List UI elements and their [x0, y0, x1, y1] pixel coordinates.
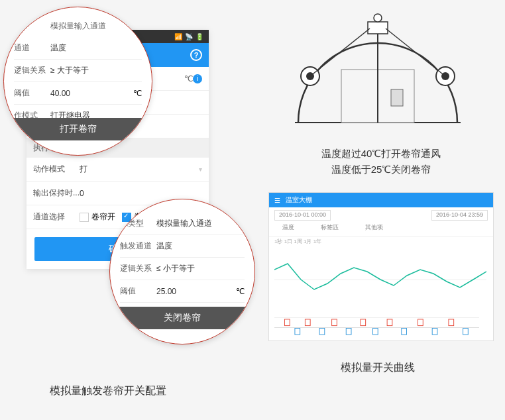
svg-rect-23 — [372, 328, 378, 335]
svg-rect-4 — [368, 22, 388, 34]
signal-icon: 📶 — [174, 33, 182, 40]
tab-temp[interactable]: 温度 — [282, 223, 294, 236]
mag2-threshold-row: 阈值 25.00 ℃ — [120, 280, 245, 303]
menu-icon[interactable]: ☰ — [274, 197, 280, 204]
greenhouse-caption: 温度超过40℃打开卷帘通风 温度低于25℃关闭卷帘 — [282, 146, 480, 178]
mag2-logic-row: 逻辑关系 ≤ 小于等于 — [120, 258, 245, 280]
chart-controls[interactable]: 1秒 1日 1周 1月 1年 — [269, 236, 493, 247]
chart-date-range: 2016-10-01 00:00 2016-10-04 23:59 — [269, 207, 493, 223]
svg-rect-24 — [402, 328, 407, 335]
tab-other[interactable]: 其他项 — [365, 223, 383, 236]
chevron-down-icon: ▾ — [199, 166, 202, 173]
chart-tabs: 温度 标签匹 其他项 — [269, 223, 493, 236]
chart-header: ☰ 温室大棚 — [269, 193, 493, 207]
checkbox-open[interactable] — [80, 213, 89, 222]
svg-rect-20 — [295, 328, 300, 335]
svg-rect-21 — [319, 328, 325, 335]
info-icon[interactable]: i — [193, 74, 202, 83]
mag1-logic-row: 逻辑关系 ≥ 大于等于 — [14, 60, 142, 82]
help-icon[interactable]: ? — [190, 49, 202, 61]
svg-rect-19 — [449, 319, 454, 326]
battery-icon: 🔋 — [196, 33, 203, 40]
mode-label: 动作模式 — [33, 164, 80, 175]
svg-rect-13 — [284, 319, 290, 326]
channel-label: 通道选择 — [33, 211, 80, 223]
mag2-title: 关闭卷帘 — [110, 307, 254, 329]
mag1-header: 模拟量输入通道 — [14, 21, 142, 32]
magnifier-close: 源类型 模拟量输入通道 触发通道 温度 逻辑关系 ≤ 小于等于 阈值 25.00… — [109, 199, 255, 344]
output-value: 0 — [80, 189, 202, 198]
svg-rect-22 — [346, 328, 351, 335]
output-label: 输出保持时... — [33, 187, 80, 199]
svg-line-10 — [310, 28, 370, 76]
svg-line-11 — [386, 28, 445, 76]
mag2-channel-row: 触发通道 温度 — [120, 235, 245, 258]
svg-rect-3 — [391, 89, 403, 106]
opt-open: 卷帘开 — [91, 211, 115, 223]
mode-value: 打 — [80, 164, 199, 175]
chart-caption: 模拟量开关曲线 — [278, 361, 477, 375]
svg-rect-25 — [432, 328, 437, 335]
mag2-src-row: 源类型 模拟量输入通道 — [120, 213, 245, 235]
chart-panel: ☰ 温室大棚 2016-10-01 00:00 2016-10-04 23:59… — [268, 192, 494, 341]
threshold-unit: ℃ — [184, 74, 193, 83]
mag1-threshold-row: 阈值 40.00 ℃ — [14, 82, 142, 105]
chart-switches — [274, 317, 479, 337]
mag1-channel-row: 通道 温度 — [14, 37, 142, 60]
svg-rect-14 — [305, 319, 310, 326]
svg-rect-16 — [361, 319, 366, 326]
chart-plot — [274, 250, 486, 309]
tab-label[interactable]: 标签匹 — [321, 223, 339, 236]
svg-rect-15 — [332, 319, 337, 326]
svg-point-5 — [374, 14, 382, 22]
greenhouse-diagram — [278, 10, 477, 136]
magnifier-open: 模拟量输入通道 通道 温度 逻辑关系 ≥ 大于等于 阈值 40.00 ℃ 作模式… — [3, 7, 152, 156]
svg-rect-26 — [463, 328, 469, 335]
config-caption: 模拟量触发卷帘开关配置 — [50, 384, 166, 398]
wifi-icon: 📡 — [185, 33, 193, 40]
svg-rect-18 — [418, 319, 423, 326]
svg-rect-17 — [387, 319, 392, 326]
mode-row[interactable]: 动作模式 打 ▾ — [27, 158, 209, 182]
